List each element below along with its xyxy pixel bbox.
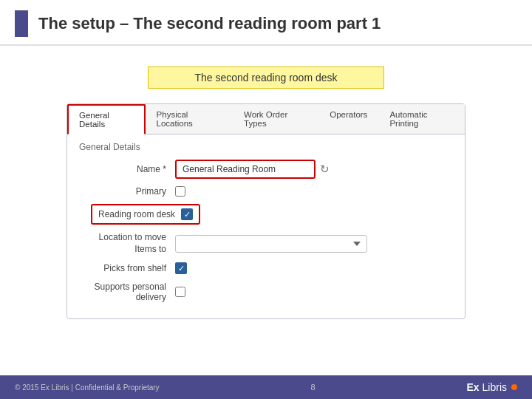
supports-personal-delivery-checkbox[interactable] — [175, 287, 185, 297]
tab-automatic-printing[interactable]: Automatic Printing — [378, 104, 465, 134]
highlight-box: The second reading room desk — [148, 66, 384, 89]
logo-libris-text: Libris — [482, 381, 507, 393]
footer-copyright: © 2015 Ex Libris | Confidential & Propri… — [15, 383, 160, 392]
footer-logo: Ex Libris — [466, 381, 517, 393]
reading-room-desk-row: Reading room desk ✓ — [91, 204, 200, 225]
tab-work-order-types[interactable]: Work Order Types — [233, 104, 318, 134]
name-input-wrapper: General Reading Room ↻ — [175, 160, 330, 179]
primary-row: Primary — [79, 186, 453, 197]
refresh-icon[interactable]: ↻ — [320, 163, 330, 176]
page-footer: © 2015 Ex Libris | Confidential & Propri… — [0, 375, 532, 399]
tab-operators[interactable]: Operators — [318, 104, 378, 134]
name-label: Name * — [79, 164, 175, 174]
primary-label: Primary — [79, 186, 175, 197]
supports-personal-delivery-row: Supports personal delivery — [79, 282, 453, 302]
picks-from-shelf-label: Picks from shelf — [79, 263, 175, 273]
page-header: The setup – The second reading room part… — [0, 0, 532, 46]
form-section-title: General Details — [79, 142, 453, 152]
picks-from-shelf-row: Picks from shelf ✓ — [79, 262, 453, 274]
location-row: Location to move Items to — [79, 232, 453, 255]
footer-page: 8 — [310, 383, 315, 392]
reading-room-desk-checkbox[interactable]: ✓ — [181, 208, 193, 220]
picks-from-shelf-checkbox[interactable]: ✓ — [175, 262, 187, 274]
logo-dot — [511, 384, 517, 390]
reading-room-desk-label: Reading room desk — [98, 209, 175, 219]
location-select[interactable] — [175, 235, 367, 253]
form-body: General Details Name * General Reading R… — [67, 134, 465, 318]
name-row: Name * General Reading Room ↻ — [79, 160, 453, 179]
header-accent — [15, 10, 28, 37]
form-card: General Details Physical Locations Work … — [66, 103, 466, 319]
tab-general-details[interactable]: General Details — [67, 104, 146, 134]
name-input[interactable]: General Reading Room — [175, 160, 316, 179]
tab-bar: General Details Physical Locations Work … — [67, 104, 465, 134]
page-title: The setup – The second reading room part… — [38, 14, 381, 33]
primary-checkbox[interactable] — [175, 186, 185, 197]
main-content: General Details Physical Locations Work … — [0, 96, 532, 327]
tab-physical-locations[interactable]: Physical Locations — [146, 104, 233, 134]
location-label: Location to move Items to — [79, 232, 175, 255]
supports-personal-delivery-label: Supports personal delivery — [79, 282, 175, 302]
logo-ex-text: Ex — [466, 381, 479, 393]
